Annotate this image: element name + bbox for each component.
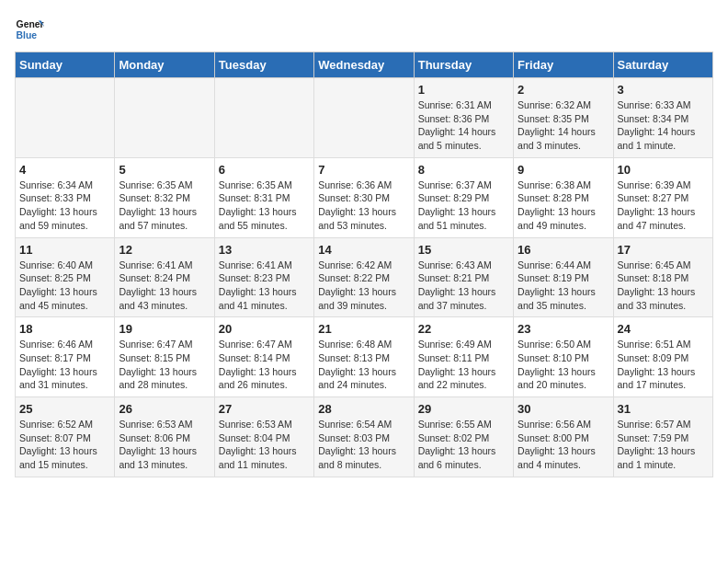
day-number: 13 [219,243,310,257]
day-info: Sunrise: 6:34 AM Sunset: 8:33 PM Dayligh… [19,178,110,233]
calendar-cell: 11Sunrise: 6:40 AM Sunset: 8:25 PM Dayli… [16,237,115,317]
col-header-monday: Monday [115,52,214,78]
col-header-sunday: Sunday [16,52,115,78]
day-info: Sunrise: 6:46 AM Sunset: 8:17 PM Dayligh… [19,338,110,392]
day-info: Sunrise: 6:39 AM Sunset: 8:27 PM Dayligh… [618,178,709,233]
day-number: 23 [518,322,609,336]
day-info: Sunrise: 6:42 AM Sunset: 8:22 PM Dayligh… [318,259,409,313]
day-info: Sunrise: 6:36 AM Sunset: 8:30 PM Dayligh… [318,178,409,233]
day-number: 20 [219,322,310,336]
day-number: 1 [418,83,509,97]
day-number: 30 [518,402,609,416]
calendar-cell: 15Sunrise: 6:43 AM Sunset: 8:21 PM Dayli… [414,237,513,317]
calendar-cell: 7Sunrise: 6:36 AM Sunset: 8:30 PM Daylig… [314,157,414,237]
day-info: Sunrise: 6:47 AM Sunset: 8:15 PM Dayligh… [119,338,210,392]
page-header: General Blue [15,15,713,44]
day-info: Sunrise: 6:55 AM Sunset: 8:02 PM Dayligh… [418,418,509,472]
calendar-cell: 30Sunrise: 6:56 AM Sunset: 8:00 PM Dayli… [514,397,613,477]
day-info: Sunrise: 6:45 AM Sunset: 8:18 PM Dayligh… [618,259,709,313]
day-number: 7 [318,163,409,177]
day-number: 24 [618,322,709,336]
calendar-cell: 26Sunrise: 6:53 AM Sunset: 8:06 PM Dayli… [115,397,214,477]
day-info: Sunrise: 6:31 AM Sunset: 8:36 PM Dayligh… [418,98,509,153]
day-number: 10 [618,163,709,177]
day-number: 15 [418,243,509,257]
calendar-cell [115,78,214,158]
calendar-cell: 3Sunrise: 6:33 AM Sunset: 8:34 PM Daylig… [613,78,712,158]
day-info: Sunrise: 6:57 AM Sunset: 7:59 PM Dayligh… [618,418,709,472]
day-number: 14 [318,243,409,257]
calendar-cell: 21Sunrise: 6:48 AM Sunset: 8:13 PM Dayli… [314,317,414,397]
day-info: Sunrise: 6:48 AM Sunset: 8:13 PM Dayligh… [318,338,409,392]
calendar-cell: 31Sunrise: 6:57 AM Sunset: 7:59 PM Dayli… [613,397,712,477]
col-header-thursday: Thursday [414,52,513,78]
calendar-cell: 13Sunrise: 6:41 AM Sunset: 8:23 PM Dayli… [214,237,313,317]
day-number: 17 [618,243,709,257]
day-info: Sunrise: 6:52 AM Sunset: 8:07 PM Dayligh… [19,418,110,472]
col-header-tuesday: Tuesday [214,52,313,78]
day-number: 27 [219,402,310,416]
day-number: 25 [19,402,110,416]
day-number: 18 [19,322,110,336]
calendar-cell: 2Sunrise: 6:32 AM Sunset: 8:35 PM Daylig… [514,78,613,158]
day-info: Sunrise: 6:43 AM Sunset: 8:21 PM Dayligh… [418,259,509,313]
calendar-cell: 14Sunrise: 6:42 AM Sunset: 8:22 PM Dayli… [314,237,414,317]
day-info: Sunrise: 6:49 AM Sunset: 8:11 PM Dayligh… [418,338,509,392]
col-header-saturday: Saturday [613,52,712,78]
calendar-cell: 16Sunrise: 6:44 AM Sunset: 8:19 PM Dayli… [514,237,613,317]
calendar-week-2: 4Sunrise: 6:34 AM Sunset: 8:33 PM Daylig… [16,157,713,237]
calendar-cell: 10Sunrise: 6:39 AM Sunset: 8:27 PM Dayli… [613,157,712,237]
day-number: 28 [318,402,409,416]
day-number: 12 [119,243,210,257]
logo-icon: General Blue [15,15,44,44]
day-info: Sunrise: 6:38 AM Sunset: 8:28 PM Dayligh… [518,178,609,233]
calendar-cell: 1Sunrise: 6:31 AM Sunset: 8:36 PM Daylig… [414,78,513,158]
day-number: 19 [119,322,210,336]
day-number: 5 [119,163,210,177]
day-info: Sunrise: 6:54 AM Sunset: 8:03 PM Dayligh… [318,418,409,472]
day-number: 11 [19,243,110,257]
calendar-cell: 9Sunrise: 6:38 AM Sunset: 8:28 PM Daylig… [514,157,613,237]
day-info: Sunrise: 6:47 AM Sunset: 8:14 PM Dayligh… [219,338,310,392]
day-info: Sunrise: 6:40 AM Sunset: 8:25 PM Dayligh… [19,259,110,313]
svg-text:Blue: Blue [17,30,38,40]
calendar-cell [16,78,115,158]
day-info: Sunrise: 6:35 AM Sunset: 8:32 PM Dayligh… [119,178,210,233]
calendar-cell: 17Sunrise: 6:45 AM Sunset: 8:18 PM Dayli… [613,237,712,317]
day-number: 16 [518,243,609,257]
day-number: 6 [219,163,310,177]
day-number: 8 [418,163,509,177]
day-info: Sunrise: 6:35 AM Sunset: 8:31 PM Dayligh… [219,178,310,233]
day-info: Sunrise: 6:56 AM Sunset: 8:00 PM Dayligh… [518,418,609,472]
calendar-cell: 28Sunrise: 6:54 AM Sunset: 8:03 PM Dayli… [314,397,414,477]
day-info: Sunrise: 6:51 AM Sunset: 8:09 PM Dayligh… [618,338,709,392]
col-header-friday: Friday [514,52,613,78]
calendar-cell: 20Sunrise: 6:47 AM Sunset: 8:14 PM Dayli… [214,317,313,397]
day-number: 9 [518,163,609,177]
day-number: 2 [518,83,609,97]
day-info: Sunrise: 6:50 AM Sunset: 8:10 PM Dayligh… [518,338,609,392]
day-number: 22 [418,322,509,336]
logo: General Blue [15,15,44,44]
day-info: Sunrise: 6:37 AM Sunset: 8:29 PM Dayligh… [418,178,509,233]
calendar-cell: 23Sunrise: 6:50 AM Sunset: 8:10 PM Dayli… [514,317,613,397]
day-number: 31 [618,402,709,416]
col-header-wednesday: Wednesday [314,52,414,78]
calendar-body: 1Sunrise: 6:31 AM Sunset: 8:36 PM Daylig… [16,78,713,477]
calendar-cell: 27Sunrise: 6:53 AM Sunset: 8:04 PM Dayli… [214,397,313,477]
day-info: Sunrise: 6:53 AM Sunset: 8:04 PM Dayligh… [219,418,310,472]
day-info: Sunrise: 6:41 AM Sunset: 8:24 PM Dayligh… [119,259,210,313]
day-info: Sunrise: 6:44 AM Sunset: 8:19 PM Dayligh… [518,259,609,313]
calendar-cell: 8Sunrise: 6:37 AM Sunset: 8:29 PM Daylig… [414,157,513,237]
day-number: 26 [119,402,210,416]
day-number: 4 [19,163,110,177]
day-info: Sunrise: 6:53 AM Sunset: 8:06 PM Dayligh… [119,418,210,472]
calendar-cell: 19Sunrise: 6:47 AM Sunset: 8:15 PM Dayli… [115,317,214,397]
calendar-week-5: 25Sunrise: 6:52 AM Sunset: 8:07 PM Dayli… [16,397,713,477]
calendar-cell: 5Sunrise: 6:35 AM Sunset: 8:32 PM Daylig… [115,157,214,237]
calendar-cell: 25Sunrise: 6:52 AM Sunset: 8:07 PM Dayli… [16,397,115,477]
calendar-cell: 4Sunrise: 6:34 AM Sunset: 8:33 PM Daylig… [16,157,115,237]
day-number: 29 [418,402,509,416]
day-info: Sunrise: 6:41 AM Sunset: 8:23 PM Dayligh… [219,259,310,313]
calendar-cell: 29Sunrise: 6:55 AM Sunset: 8:02 PM Dayli… [414,397,513,477]
